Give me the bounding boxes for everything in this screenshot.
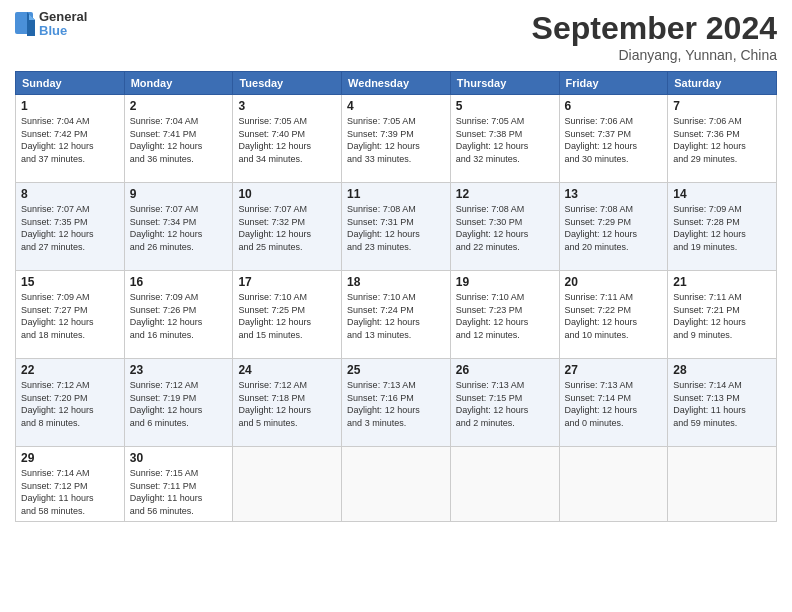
day-info: Sunrise: 7:10 AM Sunset: 7:23 PM Dayligh…: [456, 291, 554, 341]
location: Dianyang, Yunnan, China: [532, 47, 777, 63]
calendar-cell: 16Sunrise: 7:09 AM Sunset: 7:26 PM Dayli…: [124, 271, 233, 359]
calendar-cell: 2Sunrise: 7:04 AM Sunset: 7:41 PM Daylig…: [124, 95, 233, 183]
day-info: Sunrise: 7:09 AM Sunset: 7:28 PM Dayligh…: [673, 203, 771, 253]
day-info: Sunrise: 7:06 AM Sunset: 7:37 PM Dayligh…: [565, 115, 663, 165]
day-number: 10: [238, 187, 336, 201]
day-info: Sunrise: 7:04 AM Sunset: 7:41 PM Dayligh…: [130, 115, 228, 165]
calendar-cell: 14Sunrise: 7:09 AM Sunset: 7:28 PM Dayli…: [668, 183, 777, 271]
weekday-header-saturday: Saturday: [668, 72, 777, 95]
calendar-cell: 28Sunrise: 7:14 AM Sunset: 7:13 PM Dayli…: [668, 359, 777, 447]
weekday-header-wednesday: Wednesday: [342, 72, 451, 95]
day-number: 2: [130, 99, 228, 113]
day-number: 12: [456, 187, 554, 201]
day-number: 7: [673, 99, 771, 113]
day-number: 3: [238, 99, 336, 113]
calendar-cell: 12Sunrise: 7:08 AM Sunset: 7:30 PM Dayli…: [450, 183, 559, 271]
calendar-cell: 7Sunrise: 7:06 AM Sunset: 7:36 PM Daylig…: [668, 95, 777, 183]
day-info: Sunrise: 7:09 AM Sunset: 7:27 PM Dayligh…: [21, 291, 119, 341]
day-number: 17: [238, 275, 336, 289]
logo-icon: [15, 12, 35, 36]
calendar-week-4: 22Sunrise: 7:12 AM Sunset: 7:20 PM Dayli…: [16, 359, 777, 447]
weekday-header-row: SundayMondayTuesdayWednesdayThursdayFrid…: [16, 72, 777, 95]
title-section: September 2024 Dianyang, Yunnan, China: [532, 10, 777, 63]
day-info: Sunrise: 7:12 AM Sunset: 7:19 PM Dayligh…: [130, 379, 228, 429]
calendar-cell: 11Sunrise: 7:08 AM Sunset: 7:31 PM Dayli…: [342, 183, 451, 271]
day-number: 1: [21, 99, 119, 113]
calendar-cell: [559, 447, 668, 522]
day-info: Sunrise: 7:06 AM Sunset: 7:36 PM Dayligh…: [673, 115, 771, 165]
calendar-cell: [233, 447, 342, 522]
calendar-cell: 8Sunrise: 7:07 AM Sunset: 7:35 PM Daylig…: [16, 183, 125, 271]
calendar-cell: [668, 447, 777, 522]
logo-line1: General: [39, 10, 87, 24]
day-number: 29: [21, 451, 119, 465]
calendar-week-1: 1Sunrise: 7:04 AM Sunset: 7:42 PM Daylig…: [16, 95, 777, 183]
day-number: 14: [673, 187, 771, 201]
day-number: 4: [347, 99, 445, 113]
weekday-header-friday: Friday: [559, 72, 668, 95]
calendar-cell: 21Sunrise: 7:11 AM Sunset: 7:21 PM Dayli…: [668, 271, 777, 359]
calendar-cell: 17Sunrise: 7:10 AM Sunset: 7:25 PM Dayli…: [233, 271, 342, 359]
day-info: Sunrise: 7:05 AM Sunset: 7:38 PM Dayligh…: [456, 115, 554, 165]
day-info: Sunrise: 7:08 AM Sunset: 7:30 PM Dayligh…: [456, 203, 554, 253]
day-info: Sunrise: 7:13 AM Sunset: 7:16 PM Dayligh…: [347, 379, 445, 429]
day-info: Sunrise: 7:08 AM Sunset: 7:31 PM Dayligh…: [347, 203, 445, 253]
day-number: 5: [456, 99, 554, 113]
calendar-cell: 19Sunrise: 7:10 AM Sunset: 7:23 PM Dayli…: [450, 271, 559, 359]
page: General Blue September 2024 Dianyang, Yu…: [0, 0, 792, 612]
weekday-header-monday: Monday: [124, 72, 233, 95]
day-info: Sunrise: 7:05 AM Sunset: 7:39 PM Dayligh…: [347, 115, 445, 165]
day-info: Sunrise: 7:09 AM Sunset: 7:26 PM Dayligh…: [130, 291, 228, 341]
calendar-cell: 6Sunrise: 7:06 AM Sunset: 7:37 PM Daylig…: [559, 95, 668, 183]
day-info: Sunrise: 7:08 AM Sunset: 7:29 PM Dayligh…: [565, 203, 663, 253]
day-number: 30: [130, 451, 228, 465]
day-info: Sunrise: 7:07 AM Sunset: 7:34 PM Dayligh…: [130, 203, 228, 253]
calendar-cell: 25Sunrise: 7:13 AM Sunset: 7:16 PM Dayli…: [342, 359, 451, 447]
calendar-cell: [450, 447, 559, 522]
logo: General Blue: [15, 10, 87, 39]
day-info: Sunrise: 7:14 AM Sunset: 7:13 PM Dayligh…: [673, 379, 771, 429]
calendar-cell: 9Sunrise: 7:07 AM Sunset: 7:34 PM Daylig…: [124, 183, 233, 271]
calendar-cell: 5Sunrise: 7:05 AM Sunset: 7:38 PM Daylig…: [450, 95, 559, 183]
calendar-week-5: 29Sunrise: 7:14 AM Sunset: 7:12 PM Dayli…: [16, 447, 777, 522]
day-number: 24: [238, 363, 336, 377]
calendar: SundayMondayTuesdayWednesdayThursdayFrid…: [15, 71, 777, 522]
calendar-cell: 29Sunrise: 7:14 AM Sunset: 7:12 PM Dayli…: [16, 447, 125, 522]
day-number: 19: [456, 275, 554, 289]
day-info: Sunrise: 7:14 AM Sunset: 7:12 PM Dayligh…: [21, 467, 119, 517]
calendar-cell: 18Sunrise: 7:10 AM Sunset: 7:24 PM Dayli…: [342, 271, 451, 359]
calendar-cell: 15Sunrise: 7:09 AM Sunset: 7:27 PM Dayli…: [16, 271, 125, 359]
calendar-cell: 20Sunrise: 7:11 AM Sunset: 7:22 PM Dayli…: [559, 271, 668, 359]
calendar-cell: 24Sunrise: 7:12 AM Sunset: 7:18 PM Dayli…: [233, 359, 342, 447]
calendar-cell: 22Sunrise: 7:12 AM Sunset: 7:20 PM Dayli…: [16, 359, 125, 447]
header: General Blue September 2024 Dianyang, Yu…: [15, 10, 777, 63]
calendar-cell: 1Sunrise: 7:04 AM Sunset: 7:42 PM Daylig…: [16, 95, 125, 183]
day-number: 18: [347, 275, 445, 289]
day-number: 20: [565, 275, 663, 289]
day-info: Sunrise: 7:11 AM Sunset: 7:22 PM Dayligh…: [565, 291, 663, 341]
day-number: 13: [565, 187, 663, 201]
day-info: Sunrise: 7:12 AM Sunset: 7:18 PM Dayligh…: [238, 379, 336, 429]
day-info: Sunrise: 7:11 AM Sunset: 7:21 PM Dayligh…: [673, 291, 771, 341]
day-number: 11: [347, 187, 445, 201]
day-number: 15: [21, 275, 119, 289]
calendar-cell: 27Sunrise: 7:13 AM Sunset: 7:14 PM Dayli…: [559, 359, 668, 447]
calendar-cell: 10Sunrise: 7:07 AM Sunset: 7:32 PM Dayli…: [233, 183, 342, 271]
day-number: 26: [456, 363, 554, 377]
day-info: Sunrise: 7:13 AM Sunset: 7:14 PM Dayligh…: [565, 379, 663, 429]
day-number: 9: [130, 187, 228, 201]
calendar-cell: 4Sunrise: 7:05 AM Sunset: 7:39 PM Daylig…: [342, 95, 451, 183]
logo-text: General Blue: [39, 10, 87, 39]
day-number: 23: [130, 363, 228, 377]
day-info: Sunrise: 7:10 AM Sunset: 7:24 PM Dayligh…: [347, 291, 445, 341]
day-info: Sunrise: 7:04 AM Sunset: 7:42 PM Dayligh…: [21, 115, 119, 165]
day-info: Sunrise: 7:13 AM Sunset: 7:15 PM Dayligh…: [456, 379, 554, 429]
day-number: 16: [130, 275, 228, 289]
day-info: Sunrise: 7:12 AM Sunset: 7:20 PM Dayligh…: [21, 379, 119, 429]
weekday-header-sunday: Sunday: [16, 72, 125, 95]
day-number: 6: [565, 99, 663, 113]
day-number: 27: [565, 363, 663, 377]
calendar-cell: 26Sunrise: 7:13 AM Sunset: 7:15 PM Dayli…: [450, 359, 559, 447]
calendar-cell: 13Sunrise: 7:08 AM Sunset: 7:29 PM Dayli…: [559, 183, 668, 271]
day-number: 28: [673, 363, 771, 377]
